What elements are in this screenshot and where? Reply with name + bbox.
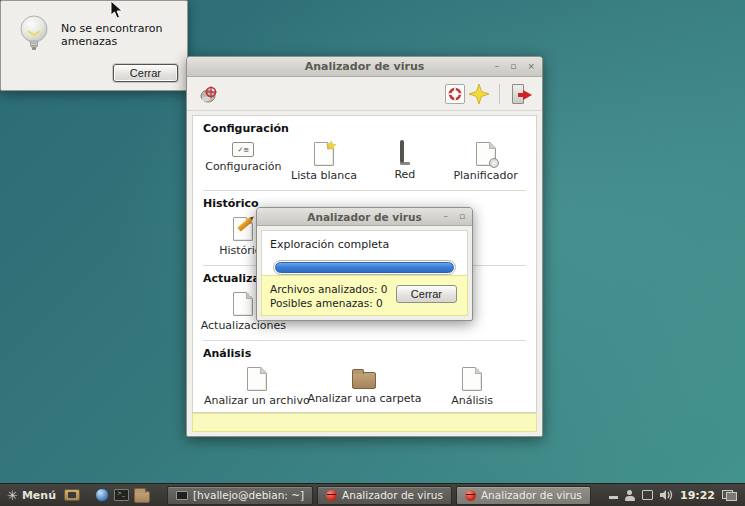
menu-button[interactable]: Menú <box>22 489 56 502</box>
maximize-icon[interactable]: ▫ <box>459 212 465 221</box>
scan-file-icon <box>247 367 267 391</box>
section-heading-configuracion: Configuración <box>203 122 526 135</box>
scan-results-panel: Archivos analizados: 0 Posibles amenazas… <box>261 275 468 316</box>
result-dialog: No se encontraron amenazas Cerrar <box>0 0 188 91</box>
toolbar-separator <box>499 84 500 104</box>
result-message: No se encontraron amenazas <box>61 22 187 48</box>
item-lista-blanca[interactable]: ★ Lista blanca <box>284 142 365 182</box>
item-analizar-carpeta[interactable]: Analizar una carpeta <box>311 367 419 407</box>
taskbar-window-clamtk-2[interactable]: Analizador de virus <box>456 486 591 505</box>
updates-icon <box>233 292 253 316</box>
taskbar-window-clamtk-1[interactable]: Analizador de virus <box>317 486 452 505</box>
speaker-icon[interactable] <box>660 489 673 501</box>
scheduler-icon <box>476 142 496 166</box>
section-separator <box>203 340 526 341</box>
window-frame-icon[interactable] <box>642 490 653 500</box>
lightbulb-icon <box>15 13 53 65</box>
scan-close-button[interactable]: Cerrar <box>396 285 457 303</box>
item-analizar-archivo[interactable]: Analizar un archivo <box>203 367 311 407</box>
minimize-icon[interactable]: – <box>495 62 500 71</box>
analysis-icon <box>462 367 482 391</box>
item-analisis[interactable]: Análisis <box>418 367 526 407</box>
mouse-cursor <box>110 1 123 24</box>
scan-progressbar <box>273 260 456 275</box>
user-icon[interactable] <box>625 490 635 501</box>
terminal-window-icon <box>176 491 188 500</box>
main-titlebar[interactable]: Analizador de virus – ▫ × <box>187 57 542 77</box>
taskbar: ✳ Menú >_ [hvallejo@debian: ~] Analizado… <box>0 483 745 506</box>
scan-progress-fill <box>275 262 454 273</box>
item-configuracion[interactable]: ✓≡ Configuración <box>203 142 284 182</box>
scan-dialog-title: Analizador de virus <box>257 211 472 223</box>
clamtk-window-icon <box>326 490 337 501</box>
minimized-window-icon[interactable] <box>609 491 618 499</box>
scan-folder-icon <box>352 372 376 389</box>
close-icon[interactable]: × <box>527 62 535 71</box>
clamtk-window-icon <box>465 490 476 501</box>
desktop-background: Analizador de virus – ▫ × <box>0 0 745 506</box>
clamtk-bug-icon[interactable] <box>197 82 221 106</box>
menu-icon[interactable]: ✳ <box>7 488 18 503</box>
help-icon[interactable] <box>443 82 467 106</box>
history-icon <box>233 217 253 241</box>
item-planificador[interactable]: Planificador <box>445 142 526 182</box>
workspace-pager-icon[interactable] <box>722 490 737 501</box>
network-icon <box>400 142 410 165</box>
main-toolbar <box>187 77 542 111</box>
browser-icon[interactable] <box>95 488 109 502</box>
screenshot-tool-icon[interactable] <box>64 489 80 501</box>
taskbar-window-terminal[interactable]: [hvallejo@debian: ~] <box>167 486 313 505</box>
scan-dialog-titlebar[interactable]: Analizador de virus – ▫ <box>257 208 472 226</box>
clock[interactable]: 19:22 <box>680 489 715 502</box>
result-close-button[interactable]: Cerrar <box>113 64 178 82</box>
item-red[interactable]: Red <box>365 142 446 182</box>
scan-type-label: Exploración completa <box>270 238 459 251</box>
minimize-icon[interactable]: – <box>443 212 448 221</box>
section-separator <box>203 190 526 191</box>
file-manager-icon[interactable] <box>134 488 150 503</box>
terminal-icon[interactable]: >_ <box>114 489 129 501</box>
whitelist-icon: ★ <box>314 142 334 166</box>
section-heading-analisis: Análisis <box>203 347 526 360</box>
exit-icon[interactable] <box>508 82 532 106</box>
settings-icon: ✓≡ <box>232 142 254 157</box>
scan-dialog: Analizador de virus – ▫ Exploración comp… <box>256 207 473 321</box>
status-strip <box>192 413 537 432</box>
maximize-icon[interactable]: ▫ <box>510 62 516 71</box>
main-window-title: Analizador de virus <box>187 60 542 73</box>
star-icon[interactable] <box>467 82 491 106</box>
files-scanned-count: Archivos analizados: 0 <box>270 282 387 296</box>
scan-status-area: Exploración completa <box>261 230 468 275</box>
possible-threats-count: Posibles amenazas: 0 <box>270 296 387 310</box>
